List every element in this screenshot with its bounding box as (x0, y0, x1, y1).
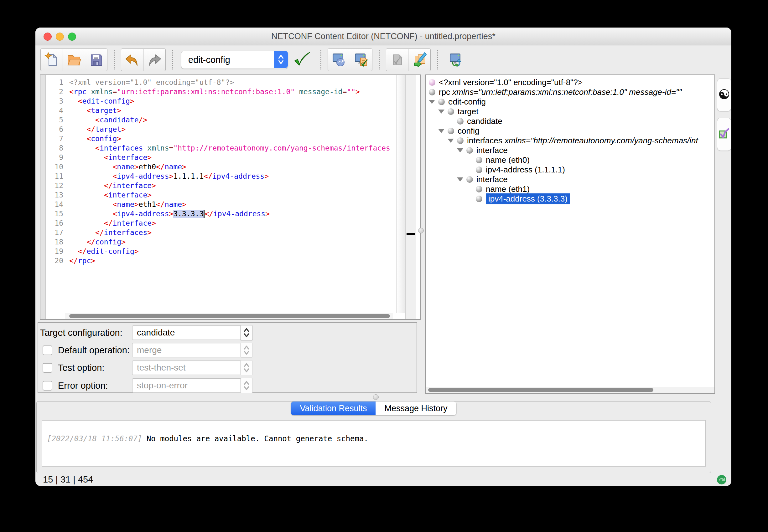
tree-row[interactable]: config (426, 126, 714, 136)
tree-row[interactable]: <?xml version="1.0" encoding="utf-8"?> (426, 78, 714, 87)
scrollbar-thumb[interactable] (428, 388, 653, 392)
line-number: 7 (46, 134, 63, 143)
error-option-select: stop-on-error (132, 378, 253, 393)
target-configuration-select[interactable]: candidate (132, 325, 253, 340)
tree-row[interactable]: rpc xmlns="urn:ietf:params:xml:ns:netcon… (426, 87, 714, 97)
tree-row[interactable]: ipv4-address (1.1.1.1) (426, 165, 714, 175)
scrollbar-thumb[interactable] (69, 314, 390, 318)
tree-row[interactable]: edit-config (426, 97, 714, 107)
operation-select[interactable]: edit-config (181, 51, 288, 69)
device-send-icon (331, 52, 346, 67)
tree-node-label: interfaces xmlns="http://remoteautonomy.… (467, 136, 698, 146)
code-line[interactable]: </config> (69, 237, 391, 247)
vertical-splitter-handle[interactable] (418, 228, 424, 233)
editor-vertical-scrollbar[interactable] (396, 75, 405, 313)
results-panel: Validation Results Message History [2022… (36, 401, 711, 473)
app-window: NETCONF Content Editor (NETCONF) - untit… (35, 28, 731, 486)
editor-horizontal-scrollbar[interactable] (65, 313, 393, 319)
select-value: test-then-set (132, 363, 186, 373)
code-line[interactable]: <interface> (69, 153, 391, 162)
code-line[interactable]: <name>eth0</name> (69, 162, 391, 171)
code-line[interactable]: <rpc xmlns="urn:ietf:params:xml:ns:netco… (69, 87, 391, 96)
stepper-icon (274, 51, 288, 68)
chevron-down-icon[interactable] (438, 129, 448, 133)
code-line[interactable]: </interfaces> (69, 228, 391, 237)
window-title: NETCONF Content Editor (NETCONF) - untit… (35, 28, 731, 45)
tree-row[interactable]: interface (426, 175, 714, 184)
tree-row[interactable]: ipv4-address (3.3.3.3) (426, 194, 714, 204)
stepper-icon (240, 378, 253, 393)
chevron-down-icon[interactable] (438, 110, 448, 114)
tab-message-history[interactable]: Message History (376, 402, 456, 415)
yin-yang-button[interactable] (717, 78, 731, 111)
code-line[interactable]: </rpc> (69, 256, 391, 265)
default-operation-select: merge (132, 343, 253, 357)
code-line[interactable]: <interfaces xmlns="http://remoteautonomy… (69, 143, 391, 153)
code-line[interactable]: </interface> (69, 181, 391, 190)
code-line[interactable]: </interface> (69, 218, 391, 228)
toolbar-separator (320, 50, 321, 69)
tree-row[interactable]: name (eth1) (426, 184, 714, 194)
tree-row[interactable]: interfaces xmlns="http://remoteautonomy.… (426, 136, 714, 146)
horizontal-splitter-handle[interactable] (373, 394, 379, 400)
code-line[interactable]: <ipv4-address>1.1.1.1</ipv4-address> (69, 171, 391, 181)
code-text-area[interactable]: <?xml version="1.0" encoding="utf-8"?><r… (69, 78, 391, 313)
save-floppy-icon (89, 52, 104, 67)
error-option-checkbox[interactable] (43, 381, 52, 391)
line-number: 16 (46, 218, 63, 228)
code-line[interactable]: <edit-config> (69, 96, 391, 106)
line-number: 19 (46, 247, 63, 256)
chevron-down-icon[interactable] (448, 139, 457, 143)
tree-row[interactable]: candidate (426, 116, 714, 126)
validate-check-button[interactable] (290, 49, 314, 71)
toolbar-group (386, 49, 431, 71)
tree-node-label: edit-config (448, 97, 486, 107)
save-floppy-button[interactable] (85, 49, 107, 71)
tree-node-icon (476, 157, 482, 163)
line-number: 11 (46, 171, 63, 181)
chevron-down-icon[interactable] (457, 177, 466, 182)
schema-check-button[interactable] (717, 118, 731, 151)
form-row: Target configuration:candidate (38, 325, 417, 340)
device-refresh-button[interactable] (444, 49, 468, 71)
doc-generate-button[interactable] (408, 49, 431, 71)
code-line[interactable]: <interface> (69, 190, 391, 200)
device-refresh-icon (448, 52, 463, 67)
select-value: merge (132, 345, 161, 355)
code-line[interactable]: </edit-config> (69, 247, 391, 256)
tree-node-icon (466, 176, 473, 183)
tab-validation-results[interactable]: Validation Results (291, 402, 376, 415)
select-value: candidate (132, 328, 175, 338)
toolbar-group (40, 49, 107, 71)
xml-code-editor[interactable]: 1234567891011121314151617181920 <?xml ve… (40, 74, 421, 320)
chevron-down-icon[interactable] (457, 148, 466, 152)
open-folder-button[interactable] (63, 49, 85, 71)
code-line[interactable]: <candidate/> (69, 115, 391, 125)
code-line[interactable]: <name>eth1</name> (69, 200, 391, 209)
code-line[interactable]: <config> (69, 134, 391, 143)
form-label: Default operation: (58, 345, 130, 356)
code-line[interactable]: </target> (69, 125, 391, 134)
device-commit-button[interactable] (350, 49, 372, 71)
tree-node-label: config (458, 126, 479, 136)
validation-log: [2022/03/18 11:56:07] No modules are ava… (42, 420, 706, 467)
tree-row[interactable]: name (eth0) (426, 155, 714, 165)
code-line[interactable]: <target> (69, 106, 391, 115)
redo-arrow-button[interactable] (143, 49, 166, 71)
test-option-checkbox[interactable] (43, 363, 52, 373)
default-operation-checkbox[interactable] (43, 345, 52, 355)
title-bar: NETCONF Content Editor (NETCONF) - untit… (35, 28, 731, 45)
tree-row[interactable]: interface (426, 146, 714, 155)
schema-check-icon (718, 128, 730, 141)
device-send-button[interactable] (328, 49, 350, 71)
toolbar: edit-config (35, 45, 731, 74)
undo-arrow-button[interactable] (121, 49, 143, 71)
code-line[interactable]: <ipv4-address>3.3.3.3</ipv4-address> (69, 209, 391, 218)
toolbar-separator (172, 50, 173, 69)
tree-horizontal-scrollbar[interactable] (426, 387, 714, 393)
new-file-button[interactable] (40, 49, 63, 71)
tree-row[interactable]: target (426, 107, 714, 116)
doc-validate-icon (390, 52, 405, 67)
code-line[interactable]: <?xml version="1.0" encoding="utf-8"?> (69, 78, 391, 87)
chevron-down-icon[interactable] (429, 100, 438, 104)
